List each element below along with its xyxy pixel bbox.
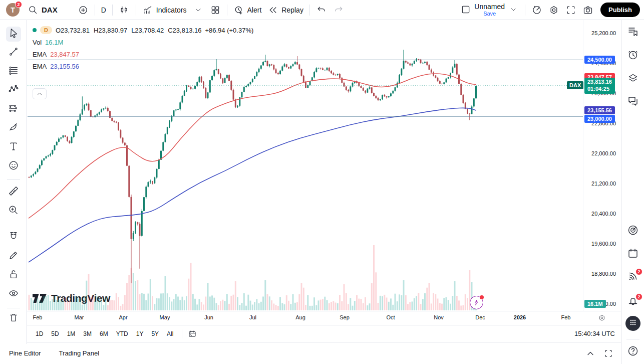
apps-menu[interactable] (625, 316, 640, 331)
ema-slow-legend-row[interactable]: EMA 23,155.56 (33, 61, 253, 72)
time-axis-label: 2026 (514, 314, 526, 320)
gear-icon (548, 5, 559, 16)
streams-panel[interactable]: 2 (625, 270, 640, 285)
interval-button[interactable]: D (98, 4, 109, 16)
replay-label: Replay (281, 6, 303, 14)
time-axis-label: Sep (340, 314, 350, 320)
plus-icon (78, 5, 89, 16)
price-level-badge: 23,155.56 (584, 106, 615, 114)
user-avatar[interactable]: T 2 (6, 3, 20, 17)
layout-name-box[interactable]: Unnamed Save (474, 3, 505, 17)
range-button-5d[interactable]: 5D (48, 328, 62, 339)
lock-drawings-tool[interactable] (6, 268, 21, 283)
volume-bars (29, 245, 477, 310)
divider (227, 5, 227, 16)
redo-button[interactable] (330, 3, 347, 18)
volume-axis-badge: 16.1M (584, 300, 606, 308)
range-button-1y[interactable]: 1Y (133, 328, 147, 339)
replay-button[interactable]: Replay (264, 3, 306, 18)
tradingview-app: T 2 DAX D Indicators (0, 0, 644, 364)
ruler-icon (8, 186, 19, 199)
indicators-button[interactable]: Indicators (139, 3, 190, 18)
chart-pane[interactable]: TradingView D O23,732.81H23,830.97L23,70… (27, 20, 583, 311)
divider (7, 308, 20, 308)
alerts-panel[interactable] (625, 48, 640, 63)
screener-radar[interactable] (625, 224, 640, 239)
alert-label: Alert (247, 6, 262, 14)
range-button-ytd[interactable]: YTD (113, 328, 132, 339)
grid-layout-button[interactable] (207, 3, 224, 18)
chart-settings-button[interactable] (545, 3, 562, 18)
text-tool[interactable] (6, 140, 21, 155)
pattern-tool[interactable] (6, 83, 21, 98)
price-axis[interactable]: 25,200.0024,400.0023,600.0022,800.0022,0… (583, 20, 621, 311)
time-axis[interactable]: FebMarAprMayJunJulAugSepOctNovDec2026Feb (27, 311, 621, 325)
calendar-panel[interactable] (625, 247, 640, 262)
help-button[interactable] (625, 344, 640, 359)
lock-icon (8, 269, 19, 282)
range-button-5y[interactable]: 5Y (148, 328, 162, 339)
interval-label: D (101, 6, 106, 14)
notification-count-badge: 2 (635, 268, 642, 275)
brush-tool[interactable] (6, 121, 21, 136)
alert-button[interactable]: Alert (230, 3, 265, 18)
trend-line-tool[interactable] (6, 45, 21, 60)
interval-pill[interactable]: D (40, 26, 52, 34)
publish-button[interactable]: Publish (600, 3, 640, 17)
calendar-go-icon (188, 329, 197, 338)
time-axis-label: Apr (119, 314, 127, 320)
zoom-in-tool[interactable] (6, 204, 21, 219)
time-axis-label: Feb (561, 314, 571, 320)
undo-button[interactable] (313, 3, 330, 18)
range-button-all[interactable]: All (163, 328, 177, 339)
measure-tool[interactable] (6, 185, 21, 200)
candlestick-icon (119, 5, 130, 16)
divider (626, 339, 639, 339)
calendar-icon (627, 247, 639, 261)
legend-collapse-button[interactable] (33, 88, 47, 99)
compare-add-button[interactable] (75, 3, 92, 18)
cursor-tool[interactable] (6, 27, 21, 42)
fullscreen-button[interactable] (562, 3, 579, 18)
volume-legend-row[interactable]: Vol 16.1M (33, 37, 253, 48)
chat-panel[interactable] (625, 94, 640, 109)
tab-pine-editor[interactable]: Pine Editor (9, 349, 41, 357)
object-tree-panel[interactable] (625, 71, 640, 86)
ema-slow-label: EMA (33, 63, 47, 70)
hide-drawings-tool[interactable] (6, 287, 21, 302)
layout-select-button[interactable]: Unnamed Save (457, 1, 522, 19)
watchlist-panel[interactable] (625, 25, 640, 40)
indicator-templates-button[interactable] (190, 3, 207, 18)
fib-retracement-tool[interactable] (6, 64, 21, 79)
quick-search-button[interactable] (528, 3, 545, 18)
ema-fast-label: EMA (33, 51, 47, 58)
price-axis-label: 18,800.00 (591, 271, 616, 277)
tab-trading-panel[interactable]: Trading Panel (59, 349, 99, 357)
range-button-6m[interactable]: 6M (96, 328, 112, 339)
magnet-tool[interactable] (6, 230, 21, 245)
ema-fast-legend-row[interactable]: EMA 23,847.57 (33, 49, 253, 60)
remove-drawings-tool[interactable] (6, 311, 21, 326)
range-button-1m[interactable]: 1M (64, 328, 79, 339)
expand-panel-button[interactable] (585, 348, 596, 359)
forecast-tool[interactable] (6, 102, 21, 117)
last-price-value: 23,813.16 (587, 79, 612, 86)
undo-icon (316, 5, 327, 16)
symbol-legend-row[interactable]: D O23,732.81H23,830.97L23,708.42C23,813.… (33, 25, 253, 36)
chart-style-button[interactable] (116, 3, 133, 18)
notifications[interactable]: 2 (625, 295, 640, 310)
snapshot-button[interactable] (579, 3, 596, 18)
range-button-3m[interactable]: 3M (80, 328, 95, 339)
drawing-mode-tool[interactable] (6, 249, 21, 264)
save-layout-link[interactable]: Save (483, 11, 496, 17)
symbol-search-button[interactable]: DAX (25, 3, 61, 18)
axis-settings-button[interactable] (598, 314, 607, 323)
range-button-1d[interactable]: 1D (32, 328, 47, 339)
symbol-name: DAX (42, 6, 58, 14)
volume-label: Vol (33, 39, 42, 46)
emoji-tool[interactable] (6, 159, 21, 174)
go-to-date-button[interactable] (186, 328, 198, 340)
server-clock[interactable]: 15:40:34 UTC (574, 330, 616, 337)
spark-events-button[interactable] (470, 296, 483, 309)
maximize-panel-button[interactable] (603, 348, 614, 359)
